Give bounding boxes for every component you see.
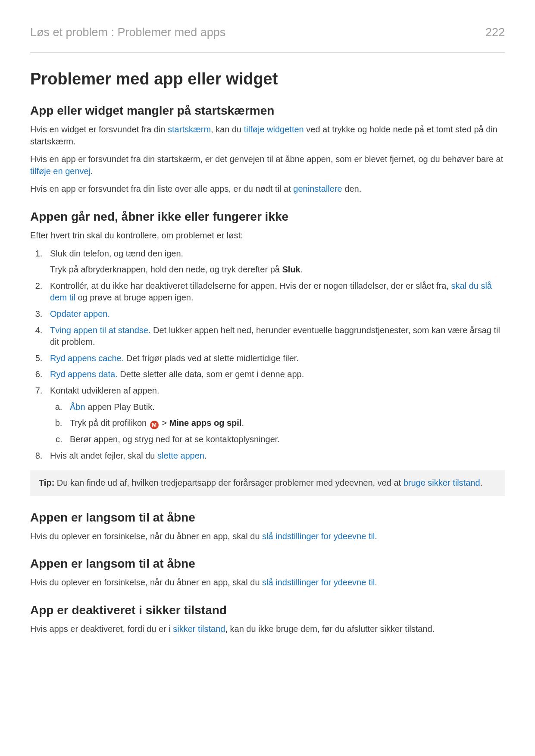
text: Hvis en widget er forsvundet fra din — [30, 125, 168, 134]
text: . — [375, 578, 377, 587]
link-delete-app[interactable]: slette appen — [157, 451, 204, 460]
text: Det frigør plads ved at slette midlertid… — [124, 353, 299, 363]
list-item: Hvis alt andet fejler, skal du slette ap… — [45, 450, 505, 462]
list-item: Ryd appens cache. Det frigør plads ved a… — [45, 353, 505, 365]
list-item: Kontrollér, at du ikke har deaktiveret t… — [45, 280, 505, 304]
link-safe-mode[interactable]: sikker tilstand — [173, 624, 225, 634]
text: Hvis du oplever en forsinkelse, når du å… — [30, 531, 262, 541]
text: Kontrollér, at du ikke har deaktiveret t… — [50, 281, 451, 291]
paragraph: Efter hvert trin skal du kontrollere, om… — [30, 230, 505, 242]
link-reinstall[interactable]: geninstallere — [293, 184, 342, 194]
text: Hvis alt andet fejler, skal du — [50, 451, 157, 460]
list-item: Tving appen til at standse. Det lukker a… — [45, 325, 505, 348]
text: den. — [342, 184, 361, 194]
text: Sluk din telefon, og tænd den igen. — [50, 249, 183, 258]
ui-label-my-apps: Mine apps og spil — [169, 418, 242, 428]
list-item: Opdater appen. — [45, 308, 505, 320]
paragraph: Hvis du oplever en forsinkelse, når du å… — [30, 531, 505, 543]
list-item: Berør appen, og stryg ned for at se kont… — [65, 434, 505, 446]
text: Du kan finde ud af, hvilken tredjepartsa… — [54, 478, 403, 487]
link-clear-cache[interactable]: Ryd appens cache. — [50, 353, 124, 363]
page-number: 222 — [485, 26, 505, 39]
text: Berør appen, og stryg ned for at se kont… — [70, 434, 280, 444]
breadcrumb: Løs et problem : Problemer med apps — [30, 26, 225, 39]
link-force-stop[interactable]: Tving appen til at standse. — [50, 325, 150, 335]
link-safe-mode-tip[interactable]: bruge sikker tilstand — [404, 478, 480, 487]
page-title: Problemer med app eller widget — [30, 70, 505, 88]
paragraph: Hvis apps er deaktiveret, fordi du er i … — [30, 623, 505, 635]
link-performance-settings-2[interactable]: slå indstillinger for ydeevne til — [262, 578, 375, 587]
list-item: Ryd appens data. Dette sletter alle data… — [45, 369, 505, 381]
section-heading-crash: Appen går ned, åbner ikke eller fungerer… — [30, 210, 505, 224]
text: Tryk på dit profilikon — [70, 418, 149, 428]
text: . — [91, 166, 93, 176]
text: Dette sletter alle data, som er gemt i d… — [118, 369, 304, 379]
text: Hvis du oplever en forsinkelse, når du å… — [30, 578, 262, 587]
text: , kan du — [211, 125, 244, 134]
section-heading-missing: App eller widget mangler på startskærmen — [30, 104, 505, 118]
text: Hvis apps er deaktiveret, fordi du er i — [30, 624, 173, 634]
link-performance-settings-1[interactable]: slå indstillinger for ydeevne til — [262, 531, 375, 541]
tip-label: Tip: — [39, 478, 54, 487]
steps-list: Sluk din telefon, og tænd den igen. Tryk… — [30, 248, 505, 462]
text: . — [241, 418, 244, 428]
link-open-play-store[interactable]: Åbn — [70, 402, 85, 412]
text: appen Play Butik. — [85, 402, 155, 412]
header-divider — [30, 52, 505, 53]
text: . — [480, 478, 483, 487]
text: Kontakt udvikleren af appen. — [50, 386, 160, 395]
list-item: Åbn appen Play Butik. — [65, 401, 505, 413]
link-home-screen[interactable]: startskærm — [168, 125, 211, 134]
tip-box: Tip: Du kan finde ud af, hvilken tredjep… — [30, 470, 505, 496]
paragraph: Hvis du oplever en forsinkelse, når du å… — [30, 577, 505, 589]
section-heading-disabled-safe-mode: App er deaktiveret i sikker tilstand — [30, 603, 505, 617]
text: . — [300, 265, 303, 274]
list-item: Tryk på dit profilikon M > Mine apps og … — [65, 417, 505, 429]
paragraph: Tryk på afbryderknappen, hold den nede, … — [50, 264, 505, 276]
link-add-shortcut[interactable]: tilføje en genvej — [30, 166, 91, 176]
section-heading-slow-2: Appen er langsom til at åbne — [30, 557, 505, 571]
list-item: Sluk din telefon, og tænd den igen. Tryk… — [45, 248, 505, 276]
substeps-list: Åbn appen Play Butik. Tryk på dit profil… — [50, 401, 505, 446]
text: > — [160, 418, 169, 428]
paragraph: Hvis en app er forsvundet fra din starts… — [30, 153, 505, 177]
paragraph: Hvis en app er forsvundet fra din liste … — [30, 183, 505, 195]
text: Hvis en app er forsvundet fra din liste … — [30, 184, 293, 194]
paragraph: Hvis en widget er forsvundet fra din sta… — [30, 124, 505, 147]
text: Tryk på afbryderknappen, hold den nede, … — [50, 265, 282, 274]
link-clear-data[interactable]: Ryd appens data. — [50, 369, 118, 379]
link-add-widget[interactable]: tilføje widgetten — [244, 125, 304, 134]
link-update-app[interactable]: Opdater appen. — [50, 309, 110, 319]
section-heading-slow-1: Appen er langsom til at åbne — [30, 511, 505, 525]
text: . — [204, 451, 207, 460]
text: Hvis en app er forsvundet fra din starts… — [30, 154, 503, 164]
text: . — [375, 531, 377, 541]
profile-icon: M — [150, 421, 159, 429]
ui-label-sluk: Sluk — [282, 265, 300, 274]
list-item: Kontakt udvikleren af appen. Åbn appen P… — [45, 385, 505, 446]
page-header: Løs et problem : Problemer med apps 222 — [30, 26, 505, 39]
text: , kan du ikke bruge dem, før du afslutte… — [225, 624, 435, 634]
text: og prøve at bruge appen igen. — [75, 293, 194, 302]
